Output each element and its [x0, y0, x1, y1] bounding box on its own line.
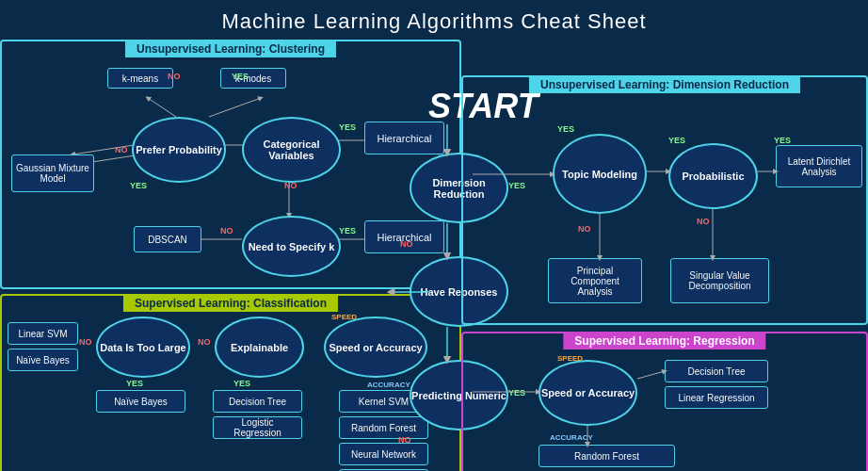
- supervised-regression-box: Supervised Learning: Regression Speed or…: [461, 332, 868, 471]
- data-too-large-node: Data Is Too Large: [96, 317, 190, 378]
- left-panel: Unsupervised Learning: Clustering: [0, 40, 461, 471]
- topic-modeling-node: Topic Modeling: [553, 134, 647, 214]
- yes-topic: YES: [557, 124, 574, 134]
- kmeans-node: k-means: [107, 68, 173, 89]
- yes-label-kmodes: YES: [232, 72, 249, 81]
- singular-value-node: Singular Value Decomposition: [670, 258, 769, 303]
- no-label-cat: NO: [284, 181, 297, 190]
- unsupervised-clustering-box: Unsupervised Learning: Clustering: [0, 40, 461, 289]
- explainable-node: Explainable: [215, 317, 304, 378]
- svg-line-0: [148, 98, 176, 117]
- unsupervised-clustering-label: Unsupervised Learning: Clustering: [125, 41, 336, 57]
- speed-label-l: SPEED: [331, 313, 357, 321]
- neural-network-left-node: Neural Network: [339, 443, 428, 465]
- prefer-probability-node: Prefer Probability: [132, 117, 226, 183]
- svg-line-19: [637, 371, 665, 379]
- supervised-classification-box: Supervised Learning: Classification Line…: [0, 294, 461, 471]
- categorical-variables-node: Categorical Variables: [242, 117, 341, 183]
- yes-label-cat: YES: [339, 122, 356, 132]
- random-forest-left-node: Random Forest: [339, 416, 428, 439]
- no-prob: NO: [697, 217, 710, 226]
- kmodes-node: k-modes: [220, 68, 286, 89]
- unsupervised-dimension-label: Unsupervised Learning: Dimension Reducti…: [529, 76, 800, 93]
- accuracy-label-l: ACCURACY: [367, 381, 410, 389]
- accuracy-label-r: ACCURACY: [550, 433, 593, 442]
- decision-tree-right-node: Decision Tree: [665, 360, 768, 382]
- no-label-data: NO: [79, 337, 92, 347]
- linear-svm-node: Linear SVM: [8, 322, 78, 345]
- yes-label-explain: YES: [233, 379, 250, 388]
- no-label-explain: NO: [198, 337, 211, 347]
- naive-bayes-top-node: Naïve Bayes: [8, 349, 78, 371]
- speed-label-r: SPEED: [557, 354, 583, 363]
- no-label-needk: NO: [220, 226, 233, 236]
- yes-label-data: YES: [126, 379, 143, 388]
- naive-bayes-bottom-node: Naïve Bayes: [96, 390, 185, 413]
- no-topic: NO: [578, 224, 591, 234]
- decision-tree-left-node: Decision Tree: [213, 390, 302, 413]
- right-panel: Unsupervised Learning: Dimension Reducti…: [461, 75, 868, 471]
- no-predict: NO: [398, 435, 411, 445]
- speed-accuracy-right-node: Speed or Accuracy: [538, 360, 637, 426]
- hierarchical1-node: Hierarchical: [364, 122, 444, 154]
- no-label-prefer: NO: [115, 145, 128, 154]
- unsupervised-dimension-box: Unsupervised Learning: Dimension Reducti…: [461, 75, 868, 325]
- yes-prob: YES: [668, 136, 685, 145]
- page-title: Machine Learning Algorithms Cheat Sheet: [0, 0, 868, 40]
- svg-line-1: [209, 98, 261, 117]
- linear-regression-node: Linear Regression: [665, 386, 768, 409]
- no-label-kmeans: NO: [168, 72, 181, 81]
- random-forest-right-node: Random Forest: [538, 445, 675, 467]
- latent-dirichlet-node: Latent Dirichlet Analysis: [776, 145, 862, 187]
- probabilistic-node: Probabilistic: [668, 143, 758, 209]
- dbscan-node: DBSCAN: [134, 226, 201, 252]
- principal-component-node: Principal Component Analysis: [548, 258, 642, 303]
- no-dim: NO: [400, 239, 413, 249]
- dim-reduction-arrows: [463, 77, 866, 323]
- logistic-regression-node: Logistic Regression: [213, 416, 302, 439]
- yes-label-needk: YES: [339, 226, 356, 236]
- need-specify-k-node: Need to Specify k: [242, 216, 341, 277]
- speed-accuracy-left-node: Speed or Accuracy: [324, 317, 427, 378]
- gaussian-node: Gaussian Mixture Model: [11, 154, 94, 192]
- supervised-regression-label: Supervised Learning: Regression: [563, 333, 765, 349]
- supervised-classification-label: Supervised Learning: Classification: [123, 295, 338, 312]
- yes-lat: YES: [774, 136, 791, 145]
- yes-label-prefer: YES: [130, 181, 147, 190]
